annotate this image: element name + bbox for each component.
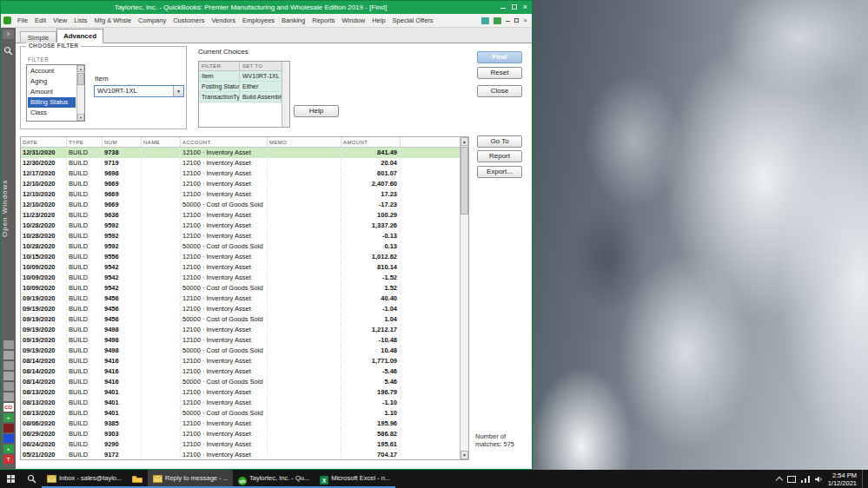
result-row[interactable]: 09/19/2020BUILD945612100 · Inventory Ass…	[21, 304, 460, 314]
result-row[interactable]: 10/28/2020BUILD959250000 · Cost of Goods…	[21, 241, 460, 252]
result-row[interactable]: 10/09/2020BUILD954250000 · Cost of Goods…	[21, 283, 460, 293]
combobox-dropdown-icon[interactable]: ▼	[173, 86, 183, 96]
results-col-date[interactable]: DATE	[21, 137, 67, 147]
results-col-memo[interactable]: MEMO	[268, 137, 341, 147]
menu-reports[interactable]: Reports	[308, 14, 338, 27]
show-desktop-button[interactable]	[862, 470, 865, 488]
reset-button[interactable]: Reset	[477, 67, 522, 79]
result-row[interactable]: 09/19/2020BUILD949850000 · Cost of Goods…	[21, 346, 460, 356]
app-icon-5[interactable]	[3, 382, 14, 391]
result-row[interactable]: 08/13/2020BUILD940112100 · Inventory Ass…	[21, 387, 460, 398]
clock[interactable]: 2:54 PM 1/12/2021	[828, 472, 857, 487]
export-button[interactable]: Export...	[477, 166, 522, 178]
results-scrollbar[interactable]: ▲ ▼	[460, 137, 468, 459]
close-button[interactable]: Close	[477, 85, 522, 97]
menu-banking[interactable]: Banking	[278, 14, 308, 27]
menu-mfg-whsle[interactable]: Mfg & Whsle	[91, 14, 136, 27]
search-icon[interactable]	[3, 43, 13, 53]
report-button[interactable]: Report	[477, 150, 522, 162]
menu-vendors[interactable]: Vendors	[208, 14, 239, 27]
menu-customers[interactable]: Customers	[169, 14, 208, 27]
maximize-icon[interactable]	[512, 3, 517, 11]
result-row[interactable]: 10/09/2020BUILD954212100 · Inventory Ass…	[21, 273, 460, 283]
filter-option-billing-status[interactable]: Billing Status	[28, 97, 76, 108]
mdi-minimize-icon[interactable]	[506, 17, 510, 24]
scroll-up-icon[interactable]: ▲	[77, 65, 84, 72]
app-icon-3[interactable]	[3, 361, 14, 370]
app-icon-4[interactable]	[3, 372, 14, 380]
result-row[interactable]: 08/14/2020BUILD941612100 · Inventory Ass…	[21, 356, 460, 366]
display-icon[interactable]	[787, 476, 796, 483]
menu-view[interactable]: View	[50, 14, 70, 27]
tray-overflow-chevron-icon[interactable]	[775, 477, 782, 484]
scroll-thumb[interactable]	[77, 73, 84, 85]
taskbar-excel[interactable]: XMicrosoft Excel - n...	[315, 470, 395, 488]
speaker-icon[interactable]	[815, 476, 823, 483]
current-choices-row[interactable]: TransactionTypeBuild Assembly	[199, 92, 282, 102]
result-row[interactable]: 06/24/2020BUILD929012100 · Inventory Ass…	[21, 439, 460, 450]
result-row[interactable]: 10/28/2020BUILD959212100 · Inventory Ass…	[21, 231, 460, 241]
menu-file[interactable]: File	[14, 14, 31, 27]
result-row[interactable]: 12/31/2020BUILD973812100 · Inventory Ass…	[21, 148, 460, 158]
scroll-up-icon[interactable]: ▲	[461, 137, 468, 146]
expand-chevron-icon[interactable]: ›	[3, 30, 14, 39]
minimize-icon[interactable]	[500, 3, 506, 11]
result-row[interactable]: 12/10/2020BUILD966912100 · Inventory Ass…	[21, 189, 460, 200]
green-plus-icon-1[interactable]: +	[3, 413, 14, 422]
result-row[interactable]: 05/21/2020BUILD917212100 · Inventory Ass…	[21, 450, 460, 459]
app-icon-1[interactable]	[3, 340, 14, 349]
filter-list-scrollbar[interactable]: ▲ ▼	[76, 65, 84, 121]
network-icon[interactable]	[801, 476, 810, 483]
results-col-account[interactable]: ACCOUNT	[181, 137, 268, 147]
results-col-amount[interactable]: AMOUNT	[341, 137, 401, 147]
red-t-icon[interactable]: T	[3, 455, 14, 464]
result-row[interactable]: 09/19/2020BUILD949812100 · Inventory Ass…	[21, 325, 460, 335]
result-row[interactable]: 08/13/2020BUILD940150000 · Cost of Goods…	[21, 408, 460, 419]
results-col-name[interactable]: NAME	[142, 137, 181, 147]
result-row[interactable]: 12/10/2020BUILD966950000 · Cost of Goods…	[21, 200, 460, 210]
menu-edit[interactable]: Edit	[31, 14, 50, 27]
menubar-notification-icon[interactable]	[494, 17, 501, 24]
result-row[interactable]: 08/13/2020BUILD940112100 · Inventory Ass…	[21, 398, 460, 408]
menu-help[interactable]: Help	[368, 14, 388, 27]
result-row[interactable]: 10/09/2020BUILD954212100 · Inventory Ass…	[21, 262, 460, 273]
item-combobox[interactable]: WV10RT-1XL ▼	[94, 85, 184, 97]
result-row[interactable]: 09/19/2020BUILD945650000 · Cost of Goods…	[21, 314, 460, 325]
taskbar-quickbooks[interactable]: qbTaylortec, Inc. - Qu...	[233, 470, 315, 488]
menu-special-offers[interactable]: Special Offers	[389, 14, 437, 27]
result-row[interactable]: 09/19/2020BUILD949812100 · Inventory Ass…	[21, 335, 460, 346]
scroll-down-icon[interactable]: ▼	[77, 114, 84, 121]
taskbar-outlook-inbox[interactable]: Inbox - sales@taylo...	[42, 470, 127, 488]
result-row[interactable]: 08/06/2020BUILD938512100 · Inventory Ass…	[21, 419, 460, 429]
filter-option-amount[interactable]: Amount	[28, 87, 76, 97]
result-row[interactable]: 10/28/2020BUILD959212100 · Inventory Ass…	[21, 221, 460, 231]
green-plus-icon-2[interactable]: +	[3, 445, 14, 453]
tab-simple[interactable]: Simple	[20, 31, 56, 43]
results-col-num[interactable]: NUM	[103, 137, 142, 147]
scroll-thumb[interactable]	[461, 147, 468, 214]
scroll-down-icon[interactable]: ▼	[461, 451, 468, 459]
find-button[interactable]: Find	[477, 51, 522, 63]
mdi-restore-icon[interactable]	[514, 17, 519, 24]
app-icon-2[interactable]	[3, 351, 14, 359]
filter-option-account[interactable]: Account	[28, 66, 76, 76]
menu-lists[interactable]: Lists	[70, 14, 90, 27]
result-row[interactable]: 09/19/2020BUILD945612100 · Inventory Ass…	[21, 293, 460, 304]
filter-listbox[interactable]: AccountAgingAmountBilling StatusClass ▲ …	[26, 64, 85, 122]
current-choices-row[interactable]: Posting StatusEither	[199, 82, 282, 92]
menu-company[interactable]: Company	[135, 14, 169, 27]
filter-option-aging[interactable]: Aging	[28, 76, 76, 87]
menubar-teal-icon[interactable]	[481, 17, 489, 24]
result-row[interactable]: 06/29/2020BUILD930312100 · Inventory Ass…	[21, 429, 460, 439]
close-icon[interactable]: ×	[523, 3, 527, 11]
taskbar-file-explorer[interactable]	[127, 470, 148, 488]
result-row[interactable]: 11/23/2020BUILD963612100 · Inventory Ass…	[21, 210, 460, 221]
result-row[interactable]: 12/10/2020BUILD966912100 · Inventory Ass…	[21, 179, 460, 189]
co-app-icon[interactable]: CO	[3, 403, 14, 412]
taskbar-search-icon[interactable]	[21, 470, 42, 488]
results-col-type[interactable]: TYPE	[67, 137, 103, 147]
menu-employees[interactable]: Employees	[239, 14, 278, 27]
result-row[interactable]: 08/14/2020BUILD941612100 · Inventory Ass…	[21, 366, 460, 377]
help-button[interactable]: Help	[294, 105, 339, 117]
taskbar-outlook-reply[interactable]: Reply to message - ...	[148, 470, 233, 488]
